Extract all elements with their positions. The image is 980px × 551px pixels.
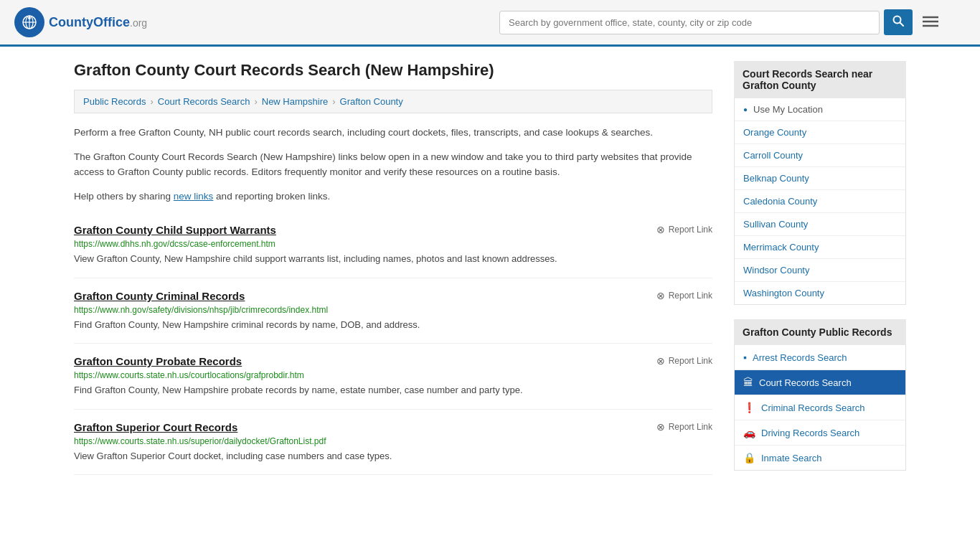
breadcrumb-public-records[interactable]: Public Records [83,96,146,107]
nearby-section-title: Court Records Search near Grafton County [734,61,906,98]
nearby-county-link[interactable]: Orange County [735,121,905,143]
rec-icon: ▪ [743,352,747,363]
record-title[interactable]: Grafton County Criminal Records [74,290,245,302]
record-url: https://www.courts.state.nh.us/courtloca… [74,370,712,380]
nearby-counties-list: ● Use My Location Orange CountyCarroll C… [734,98,906,305]
search-button[interactable] [884,9,913,35]
nearby-county-item[interactable]: Caledonia County [735,190,905,213]
public-record-label: Criminal Records Search [761,402,865,413]
search-input-wrapper [499,11,880,34]
county-name: Carroll County [743,150,803,161]
location-dot: ● [743,105,748,113]
report-link-label: Report Link [669,291,712,301]
rec-icon: 🏛 [743,377,753,388]
county-name: Washington County [743,288,824,298]
nearby-county-item[interactable]: Sullivan County [735,213,905,236]
report-link-icon: ⊗ [656,355,665,367]
nearby-county-link[interactable]: Washington County [735,282,905,304]
county-name: Caledonia County [743,196,817,207]
report-link-icon: ⊗ [656,290,665,301]
site-header: CountyOffice.org [0,0,980,47]
report-link-icon: ⊗ [656,224,665,235]
county-name: Belknap County [743,173,809,184]
nearby-county-item[interactable]: Washington County [735,282,905,304]
record-entry: Grafton County Probate Records ⊗ Report … [74,344,712,410]
breadcrumb-sep-1: › [150,96,153,107]
breadcrumb-new-hampshire[interactable]: New Hampshire [262,96,328,107]
report-link-label: Report Link [669,356,712,366]
public-record-label: Court Records Search [759,377,852,388]
report-link-btn[interactable]: ⊗ Report Link [656,355,712,367]
public-record-item[interactable]: 🏛Court Records Search [735,370,905,395]
breadcrumb-sep-2: › [254,96,257,107]
nearby-county-item[interactable]: Orange County [735,121,905,144]
record-entry: Grafton County Child Support Warrants ⊗ … [74,212,712,278]
nearby-county-item[interactable]: Carroll County [735,144,905,167]
records-list: Grafton County Child Support Warrants ⊗ … [74,212,712,475]
nearby-county-link[interactable]: Belknap County [735,167,905,189]
record-title[interactable]: Grafton County Probate Records [74,355,242,367]
search-input[interactable] [499,11,880,34]
record-desc: View Grafton County, New Hampshire child… [74,252,712,266]
nearby-county-link[interactable]: Merrimack County [735,236,905,258]
rec-icon: 🔒 [743,452,755,463]
new-links-link[interactable]: new links [174,191,214,202]
record-url: https://www.courts.state.nh.us/superior/… [74,436,712,446]
breadcrumb-grafton-county[interactable]: Grafton County [340,96,403,107]
description-para1: Perform a free Grafton County, NH public… [74,125,712,141]
description-para2: The Grafton County Court Records Search … [74,149,712,180]
nearby-county-link[interactable]: Windsor County [735,259,905,281]
public-records-list: ▪Arrest Records Search🏛Court Records Sea… [734,345,906,471]
public-record-link[interactable]: 🏛Court Records Search [735,370,905,395]
record-desc: Find Grafton County, New Hampshire crimi… [74,318,712,332]
nearby-county-link[interactable]: Sullivan County [735,213,905,235]
report-link-btn[interactable]: ⊗ Report Link [656,290,712,301]
nearby-county-link[interactable]: Caledonia County [735,190,905,212]
breadcrumb-sep-3: › [332,96,335,107]
county-name: Orange County [743,127,806,138]
record-title[interactable]: Grafton Superior Court Records [74,421,237,433]
nearby-county-item[interactable]: Windsor County [735,259,905,282]
county-name: Merrimack County [743,242,819,253]
content-area: Grafton County Court Records Search (New… [74,61,712,475]
menu-button[interactable] [917,10,944,34]
public-record-link[interactable]: 🔒Inmate Search [735,446,905,470]
public-record-link[interactable]: 🚗Driving Records Search [735,420,905,445]
record-title[interactable]: Grafton County Child Support Warrants [74,224,276,236]
logo-area[interactable]: CountyOffice.org [14,7,147,37]
desc-para3-suffix: and reporting broken links. [213,191,330,202]
use-my-location-link[interactable]: ● Use My Location [735,98,905,121]
page-title: Grafton County Court Records Search (New… [74,61,712,80]
public-record-item[interactable]: 🔒Inmate Search [735,446,905,470]
record-entry: Grafton County Criminal Records ⊗ Report… [74,278,712,344]
breadcrumb-court-records[interactable]: Court Records Search [158,96,250,107]
report-link-btn[interactable]: ⊗ Report Link [656,421,712,433]
use-my-location-item[interactable]: ● Use My Location [735,98,905,121]
public-record-link[interactable]: ❗Criminal Records Search [735,395,905,420]
svg-line-7 [900,23,904,27]
report-link-icon: ⊗ [656,421,665,433]
public-record-item[interactable]: 🚗Driving Records Search [735,420,905,446]
public-record-link[interactable]: ▪Arrest Records Search [735,345,905,369]
nearby-county-item[interactable]: Belknap County [735,167,905,190]
report-link-btn[interactable]: ⊗ Report Link [656,224,712,235]
public-record-item[interactable]: ❗Criminal Records Search [735,395,905,420]
svg-point-5 [28,17,31,19]
main-container: Grafton County Court Records Search (New… [60,47,920,489]
logo-text: CountyOffice.org [49,15,147,30]
use-location-label: Use My Location [753,104,823,115]
nearby-county-item[interactable]: Merrimack County [735,236,905,259]
record-desc: Find Grafton County, New Hampshire proba… [74,383,712,397]
record-entry: Grafton Superior Court Records ⊗ Report … [74,410,712,476]
nearby-county-link[interactable]: Carroll County [735,144,905,166]
report-link-label: Report Link [669,422,712,432]
rec-icon: 🚗 [743,427,755,438]
public-records-section-title: Grafton County Public Records [734,319,906,345]
record-url: https://www.dhhs.nh.gov/dcss/case-enforc… [74,239,712,249]
county-name: Sullivan County [743,219,808,230]
search-area [499,9,944,35]
description-para3: Help others by sharing new links and rep… [74,189,712,204]
desc-para3-prefix: Help others by sharing [74,191,174,202]
record-desc: View Grafton Superior Court docket, incl… [74,449,712,463]
public-record-item[interactable]: ▪Arrest Records Search [735,345,905,370]
